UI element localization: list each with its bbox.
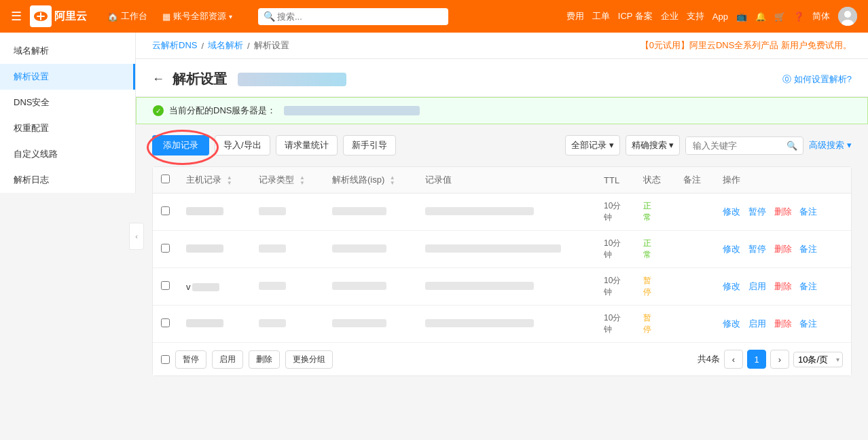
batch-enable-btn[interactable]: 启用 [212,350,243,369]
row4-delete-btn[interactable]: 删除 [774,318,792,329]
row1-modify-btn[interactable]: 修改 [723,206,740,217]
add-record-button[interactable]: 添加记录 [152,135,209,155]
row1-ttl: 10分钟 [596,194,635,231]
row1-delete-btn[interactable]: 删除 [774,206,792,217]
page-help-btn[interactable]: ⓪ 如何设置解析? [782,73,852,86]
row1-checkbox[interactable] [161,206,170,215]
row2-delete-btn[interactable]: 删除 [774,244,792,254]
row3-note-btn[interactable]: 备注 [799,281,817,291]
th-note-label: 备注 [683,175,701,185]
row1-ttl-val: 10分钟 [604,201,621,222]
sidebar-wrap: 域名解析 解析设置 DNS安全 权重配置 自定义线路 解析日志 ‹ [0,33,136,440]
main-content: 云解析DNS / 域名解析 / 解析设置 【0元试用】阿里云DNS全系列产品 新… [136,33,868,440]
stats-button[interactable]: 请求量统计 [276,135,338,155]
row2-modify-btn[interactable]: 修改 [723,244,740,254]
breadcrumb-promo[interactable]: 【0元试用】阿里云DNS全系列产品 新用户免费试用。 [640,39,852,52]
row4-modify-btn[interactable]: 修改 [723,318,740,329]
select-all-checkbox[interactable] [161,175,170,183]
help-icon[interactable]: ❓ [793,12,804,22]
cart-icon[interactable]: 🛒 [774,12,785,22]
row3-enable-btn[interactable]: 启用 [748,281,766,291]
row1-note-btn[interactable]: 备注 [799,206,817,217]
page-size-select[interactable]: 10条/页 20条/页 50条/页 [793,352,843,367]
sidebar-item-domain-resolve[interactable]: 域名解析 [0,38,135,64]
import-export-button[interactable]: 导入/导出 [215,135,270,155]
pagination-right: 共4条 ‹ 1 › 10条/页 20条/页 50条/页 [698,350,843,369]
guide-button[interactable]: 新手引导 [343,135,396,155]
nav-icp[interactable]: ICP 备案 [618,10,653,22]
dns-server-value-blurred [284,106,420,115]
row4-note-btn[interactable]: 备注 [799,318,817,329]
filter-search-select[interactable]: 精确搜索 ▾ [626,135,681,155]
row3-modify-btn[interactable]: 修改 [723,281,740,291]
records-table: 主机记录 ▲▼ 记录类型 ▲▼ 解析线路(isp) ▲▼ [153,167,851,342]
records-table-wrap: 主机记录 ▲▼ 记录类型 ▲▼ 解析线路(isp) ▲▼ [152,166,852,376]
th-line-sort[interactable]: ▲▼ [390,175,395,186]
table-header-row: 主机记录 ▲▼ 记录类型 ▲▼ 解析线路(isp) ▲▼ [153,167,851,194]
nav-app[interactable]: App [712,12,728,22]
account-icon: ▦ [162,12,170,22]
search-bar: 🔍 [258,8,448,25]
sidebar-label-parse-settings: 解析设置 [14,71,49,83]
avatar[interactable] [838,7,857,26]
batch-pause-btn[interactable]: 暂停 [175,350,206,369]
row1-host-val [186,207,223,215]
row3-checkbox[interactable] [161,281,170,290]
menu-icon[interactable]: ☰ [11,9,22,24]
th-action-label: 操作 [723,175,740,185]
row4-enable-btn[interactable]: 启用 [748,318,766,329]
sidebar-item-custom-line[interactable]: 自定义线路 [0,141,135,167]
th-line: 解析线路(isp) ▲▼ [324,167,417,194]
breadcrumb-sep1: / [201,41,204,51]
filter-all-select[interactable]: 全部记录 ▾ [565,135,620,155]
row3-status: 暂停 [635,268,675,306]
row2-pause-btn[interactable]: 暂停 [748,244,766,254]
logo: 阿里云 [30,5,87,27]
page-title-wrap: ← 解析设置 [152,70,346,88]
batch-select-all[interactable] [161,355,170,364]
nav-ticket[interactable]: 工单 [592,10,610,22]
batch-delete-btn[interactable]: 删除 [249,350,280,369]
nav-account[interactable]: ▦ 账号全部资源 ▾ [156,7,239,25]
nav-enterprise[interactable]: 企业 [661,10,679,22]
row2-ttl: 10分钟 [596,231,635,268]
th-status: 状态 [635,167,675,194]
sidebar-item-dns-security[interactable]: DNS安全 [0,90,135,115]
notification-icon[interactable]: 🔔 [755,12,766,22]
row3-checkbox-cell [153,268,178,306]
page-1-btn[interactable]: 1 [747,350,766,369]
th-host: 主机记录 ▲▼ [178,167,251,194]
sidebar-item-parse-log[interactable]: 解析日志 [0,167,135,193]
row1-note [675,194,715,231]
sidebar-item-parse-settings[interactable]: 解析设置 [0,64,135,90]
th-host-sort[interactable]: ▲▼ [227,175,232,186]
row2-checkbox[interactable] [161,244,170,253]
row1-value [417,194,596,231]
row2-status: 正常 [635,231,675,268]
row2-note-btn[interactable]: 备注 [799,244,817,254]
keyword-input[interactable] [686,137,781,154]
display-icon[interactable]: 📺 [736,12,747,22]
sidebar-collapse-btn[interactable]: ‹ [129,223,144,250]
row3-delete-btn[interactable]: 删除 [774,281,792,291]
breadcrumb-domain[interactable]: 域名解析 [208,39,243,52]
search-input[interactable] [258,8,448,25]
row2-actions: 修改 暂停 删除 备注 [715,231,851,268]
search-bar-icon[interactable]: 🔍 [781,137,803,154]
batch-change-group-btn[interactable]: 更换分组 [285,350,333,369]
nav-workbench[interactable]: 🏠 工作台 [101,7,154,25]
row4-checkbox[interactable] [161,318,170,327]
next-page-btn[interactable]: › [770,350,789,369]
row1-pause-btn[interactable]: 暂停 [748,206,766,217]
breadcrumb-dns[interactable]: 云解析DNS [152,39,197,52]
nav-cost[interactable]: 费用 [566,10,584,22]
sidebar-item-weight-config[interactable]: 权重配置 [0,115,135,141]
prev-page-btn[interactable]: ‹ [724,350,743,369]
advanced-search-button[interactable]: 高级搜索 ▾ [809,139,852,151]
nav-support[interactable]: 支持 [687,10,704,22]
th-type-sort[interactable]: ▲▼ [300,175,305,186]
row3-value [417,268,596,306]
language-btn[interactable]: 简体 [812,10,830,22]
back-arrow[interactable]: ← [152,72,164,86]
th-action: 操作 [715,167,851,194]
